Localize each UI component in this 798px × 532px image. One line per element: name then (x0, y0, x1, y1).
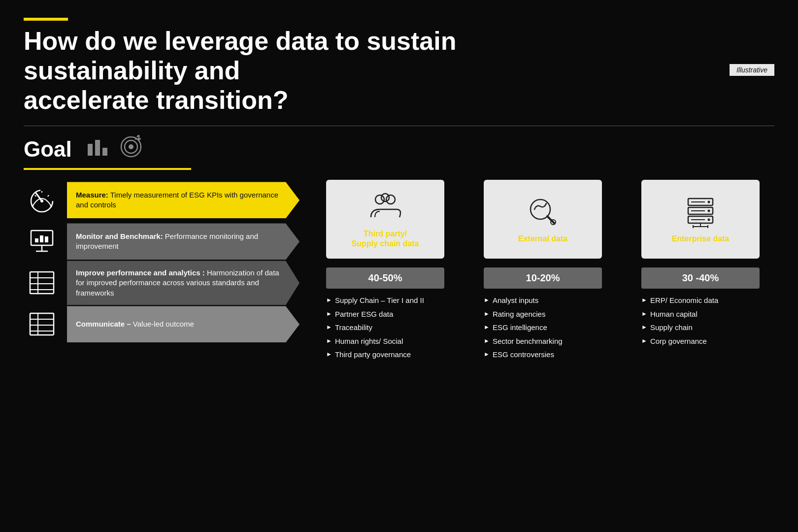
list-item: ► Corp governance (641, 336, 760, 346)
monitor-text: Monitor and Benchmark: Performance monit… (76, 232, 290, 252)
measure-arrow-body: Measure: Timely measurement of ESG KPIs … (67, 182, 299, 218)
svg-line-14 (35, 195, 36, 197)
right-column: Third party/ Supply chain data External … (299, 180, 774, 360)
svg-rect-0 (88, 144, 93, 156)
pct-badge-0: 40-50% (326, 267, 444, 289)
main-title: How do we leverage data to sustain susta… (24, 27, 467, 115)
svg-point-5 (129, 144, 133, 149)
chart-presentation-icon-box (24, 223, 60, 260)
svg-rect-19 (35, 238, 38, 242)
list-item-text: ERP/ Economic data (650, 296, 718, 305)
bullet-arrow: ► (326, 351, 332, 359)
illustrative-badge: Illustrative (730, 64, 774, 76)
list-item: ► Supply Chain – Tier I and II (326, 296, 444, 305)
pct-badge-1: 10-20% (484, 267, 602, 289)
list-item-text: Human capital (650, 309, 698, 319)
bullet-arrow: ► (484, 297, 490, 304)
percentage-row: 40-50% 10-20% 30 -40% (311, 267, 774, 289)
svg-rect-1 (95, 140, 100, 156)
svg-point-32 (375, 195, 384, 204)
communicate-text: Communicate – Value-led outcome (76, 319, 194, 329)
target-icon (119, 135, 143, 163)
speedometer-icon-box (24, 182, 60, 218)
list-grid2-icon-box (24, 306, 60, 342)
analytics-icon (526, 195, 560, 229)
goal-row-communicate: Communicate – Value-led outcome (24, 306, 299, 342)
list-item: ► Rating agencies (484, 309, 602, 319)
title-line1: How do we leverage data to sustain susta… (24, 27, 456, 85)
section-divider (24, 126, 774, 126)
list-item: ► Traceability (326, 323, 444, 332)
goal-row-measure: Measure: Timely measurement of ESG KPIs … (24, 182, 299, 218)
header-accent (24, 18, 68, 21)
svg-line-15 (48, 195, 49, 197)
enterprise-data-label: Enterprise data (672, 234, 729, 244)
data-list-enterprise: ► ERP/ Economic data ► Human capital ► S… (641, 296, 760, 360)
list-item-text: Supply Chain – Tier I and II (335, 296, 424, 305)
bar-chart-icon (86, 136, 109, 162)
external-data-label: External data (518, 234, 567, 244)
list-grid-icon (27, 268, 57, 298)
bullet-arrow: ► (641, 310, 647, 318)
list-item: ► Supply chain (641, 323, 760, 332)
goal-underline (24, 168, 191, 170)
list-item-text: Supply chain (650, 323, 693, 332)
list-item: ► Sector benchmarking (484, 336, 602, 346)
list-item-text: Analyst inputs (493, 296, 538, 305)
list-item: ► Human rights/ Social (326, 336, 444, 346)
improve-text: Improve performance and analytics : Harm… (76, 268, 290, 298)
list-item: ► Partner ESG data (326, 309, 444, 319)
data-lists-row: ► Supply Chain – Tier I and II ► Partner… (311, 296, 774, 360)
title-line2: accelerate transition? (24, 86, 289, 114)
bullet-arrow: ► (326, 297, 332, 304)
svg-rect-21 (45, 236, 48, 242)
svg-point-33 (386, 195, 395, 204)
list-item-text: ESG intelligence (493, 323, 547, 332)
third-party-label: Third party/ Supply chain data (352, 229, 419, 249)
third-party-card: Third party/ Supply chain data (326, 180, 444, 259)
monitor-arrow: Monitor and Benchmark: Performance monit… (67, 223, 299, 260)
list-item-text: Traceability (335, 323, 372, 332)
svg-rect-27 (30, 313, 54, 335)
svg-point-10 (40, 200, 43, 202)
communicate-arrow: Communicate – Value-led outcome (67, 306, 299, 342)
list-item: ► Human capital (641, 309, 760, 319)
measure-arrow: Measure: Timely measurement of ESG KPIs … (67, 182, 299, 218)
bullet-arrow: ► (484, 351, 490, 359)
external-data-label-text: External data (518, 234, 567, 243)
svg-rect-2 (102, 148, 107, 156)
server-icon (683, 195, 718, 229)
list-item-text: Rating agencies (493, 309, 546, 319)
chart-presentation-icon (27, 227, 57, 256)
third-party-label-line2: Supply chain data (352, 239, 419, 248)
bullet-arrow: ► (326, 310, 332, 318)
communicate-arrow-body: Communicate – Value-led outcome (67, 306, 299, 342)
svg-rect-20 (40, 235, 43, 242)
list-item-text: Corp governance (650, 336, 707, 346)
goal-label: Goal (24, 137, 72, 162)
bullet-arrow: ► (484, 337, 490, 345)
third-party-label-line1: Third party/ (364, 230, 407, 238)
goal-rows: Measure: Timely measurement of ESG KPIs … (24, 182, 299, 342)
list-grid-icon-box (24, 265, 60, 301)
measure-text: Measure: Timely measurement of ESG KPIs … (76, 190, 290, 210)
data-list-third-party: ► Supply Chain – Tier I and II ► Partner… (326, 296, 444, 360)
improve-arrow: Improve performance and analytics : Harm… (67, 265, 299, 301)
list-item: ► ERP/ Economic data (641, 296, 760, 305)
list-item-text: Third party governance (335, 350, 411, 360)
goal-row-improve: Improve performance and analytics : Harm… (24, 265, 299, 301)
goal-row-monitor: Monitor and Benchmark: Performance monit… (24, 223, 299, 260)
svg-point-34 (381, 194, 389, 201)
bullet-arrow: ► (641, 337, 647, 345)
speedometer-icon (27, 185, 57, 215)
svg-point-43 (708, 219, 710, 221)
pct-badge-2: 30 -40% (641, 267, 760, 289)
list-item-text: Human rights/ Social (335, 336, 403, 346)
improve-arrow-body: Improve performance and analytics : Harm… (67, 261, 299, 305)
list-item: ► Analyst inputs (484, 296, 602, 305)
monitor-arrow-body: Monitor and Benchmark: Performance monit… (67, 223, 299, 260)
bullet-arrow: ► (484, 310, 490, 318)
list-item-text: ESG controversies (493, 350, 554, 360)
external-data-card: External data (484, 180, 602, 259)
bullet-arrow: ► (641, 324, 647, 332)
